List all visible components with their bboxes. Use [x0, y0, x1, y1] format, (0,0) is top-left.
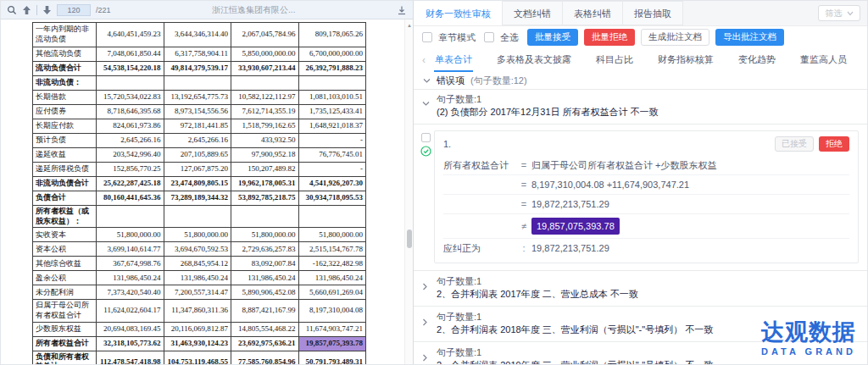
batch-reject-button[interactable]: 批量拒绝 [584, 29, 635, 46]
formula-value: 19,857,075,393.78 [531, 218, 849, 235]
value-cell [298, 76, 366, 91]
value-cell: 8,887,421,167.99 [231, 300, 299, 322]
page-number-input[interactable] [57, 4, 91, 16]
value-cell [231, 76, 299, 91]
table-row: 一年内到期的非流动负债4,640,451,459.233,644,346,314… [33, 23, 366, 47]
main-tab[interactable]: 表格纠错 [562, 1, 623, 25]
sub-tab[interactable]: 董监高人员 [799, 49, 848, 72]
app-window: /221 浙江恒逸集团有限公... 一年内到期的非流动负债4,640,451,4… [0, 0, 868, 365]
value-cell [164, 76, 231, 91]
scrollbar-up-icon[interactable]: ▲ [405, 23, 414, 28]
value-cell: 2,515,154,767.78 [298, 242, 366, 257]
row-label: 其他综合收益 [33, 257, 97, 271]
accepted-button[interactable]: 已接受 [775, 136, 814, 152]
magnifier-icon[interactable] [7, 5, 17, 15]
value-cell: 54,538,154,220.18 [97, 62, 164, 76]
chapter-mode-checkbox[interactable] [422, 32, 432, 42]
error-section-count: (句子数量:12) [470, 75, 527, 87]
value-cell: 6,317,758,904.11 [164, 47, 231, 62]
page-down-icon[interactable] [42, 5, 52, 15]
chevron-right-icon [422, 318, 428, 326]
value-cell: 11,674,903,747.21 [298, 322, 366, 336]
error-section-header[interactable]: 错误项 (句子数量:12) [414, 72, 867, 89]
filter-dropdown[interactable]: 筛选 [818, 5, 860, 21]
formula-block: 所有者权益合计=归属于母公司所有者权益合计 +少数股东权益=8,197,310,… [443, 156, 849, 257]
chevron-right-icon [422, 354, 428, 362]
formula-value: 19,872,213,751.29 [531, 198, 849, 210]
table-row: 递延所得税负债152,856,770.25127,067,875.20150,2… [33, 163, 366, 177]
value-cell: 112,478,547,418.98 [97, 351, 164, 364]
export-annotation-doc-button[interactable]: 导出批注文档 [715, 29, 784, 46]
value-cell: 2,729,636,257.83 [231, 242, 299, 257]
value-cell: 1,081,103,010.51 [298, 91, 366, 105]
row-label: 负债和所有者权益总计 [33, 351, 97, 364]
value-cell: 7,612,714,355.19 [231, 105, 299, 119]
batch-accept-button[interactable]: 批量接受 [527, 29, 578, 46]
main-tab[interactable]: 文档纠错 [502, 1, 563, 25]
row-label: 递延所得税负债 [33, 163, 97, 177]
error-group-row[interactable]: 句子数量:1 (2) 负债部分 2017年12月31日 所有者权益合计 不一致 [414, 89, 867, 124]
document-scrollbar[interactable]: ▲ [404, 19, 413, 364]
value-cell: 131,986,450.24 [97, 271, 164, 285]
value-cell [298, 206, 366, 228]
value-cell: 2,067,045,784.96 [231, 23, 299, 47]
collapsed-error-list: 句子数量:12、合并利润表 2017年度 二、营业总成本 不一致句子数量:12、… [414, 270, 867, 364]
table-row: 流动负债合计54,538,154,220.1849,814,379,539.17… [33, 62, 366, 76]
row-label: 长期借款 [33, 91, 97, 105]
value-cell: 268,845,954.12 [164, 257, 231, 271]
sub-tab[interactable]: 变化趋势 [737, 49, 776, 72]
value-cell [97, 76, 164, 91]
value-cell: 73,289,189,344.32 [164, 191, 231, 206]
filter-label: 筛选 [826, 8, 843, 19]
row-label: 实收资本 [33, 228, 97, 242]
row-label: 非流动负债： [33, 76, 97, 91]
document-viewer-panel: /221 浙江恒逸集团有限公... 一年内到期的非流动负债4,640,451,4… [1, 1, 414, 364]
collapsed-error-item[interactable]: 句子数量:12、合并利润表 2018年度 三、营业利润（亏损以"-"号填列） 不… [414, 306, 867, 341]
value-cell: 131,986,450.24 [164, 271, 231, 285]
collapsed-error-item[interactable]: 句子数量:12、合并利润表 2017年度 二、营业总成本 不一致 [414, 270, 867, 306]
value-cell: 51,800,000.00 [97, 228, 164, 242]
formula-operator: ≠ [516, 221, 531, 231]
sub-tab[interactable]: 科目占比 [595, 49, 634, 72]
sub-tab[interactable]: 财务指标核算 [657, 49, 715, 72]
value-cell: 80,160,441,645.36 [97, 191, 164, 206]
correction-label: 应纠正为 [443, 242, 516, 254]
value-cell: 2,645,266.16 [164, 134, 231, 148]
table-row: 长期借款15,720,534,022.8313,192,654,775.7310… [33, 91, 366, 105]
formula-operator: = [516, 199, 531, 209]
chevron-down-icon [423, 78, 431, 84]
value-cell [164, 206, 231, 228]
collapsed-error-item[interactable]: 句子数量:12、合并利润表 2019年度 三、营业利润（亏损以"-"号填列） 不… [414, 341, 867, 364]
document-title: 浙江恒逸集团有限公... [116, 4, 392, 16]
download-icon[interactable] [397, 5, 407, 15]
table-row: 长期应付款824,061,973.86972,181,441.851,518,7… [33, 119, 366, 134]
row-label: 所有者权益（或股东权益）： [33, 206, 97, 228]
chevron-left-icon[interactable]: ‹ [422, 54, 426, 66]
error-detail-card: 1. 已接受 拒绝 所有者权益合计=归属于母公司所有者权益合计 +少数股东权益=… [434, 130, 859, 263]
main-tab[interactable]: 财务一致性审核 [414, 1, 503, 25]
main-tab[interactable]: 报告抽取 [622, 1, 683, 25]
scrollbar-thumb[interactable] [407, 230, 412, 248]
reject-button[interactable]: 拒绝 [819, 136, 849, 152]
value-cell: 25,622,287,425.18 [97, 177, 164, 191]
document-toolbar: /221 浙江恒逸集团有限公... [1, 1, 413, 19]
page-up-icon[interactable] [22, 5, 31, 15]
row-label: 其他流动负债 [33, 47, 97, 62]
value-cell: 809,178,065.26 [298, 23, 366, 47]
row-label: 盈余公积 [33, 271, 97, 285]
generate-annotation-doc-button[interactable]: 生成批注文档 [641, 29, 709, 46]
value-cell: 7,200,557,314.47 [164, 285, 231, 300]
item-sentence-count: 句子数量:1 [437, 346, 859, 359]
table-row: 实收资本51,800,000.0051,800,000.0051,800,000… [33, 228, 366, 242]
sub-tab[interactable]: 多表格及表文披露 [496, 49, 572, 72]
value-cell: 97,900,952.18 [231, 148, 299, 163]
row-label: 非流动负债合计 [33, 177, 97, 191]
select-all-checkbox[interactable] [484, 32, 494, 42]
value-cell: 4,640,451,459.23 [97, 23, 164, 47]
value-cell: 51,800,000.00 [231, 228, 299, 242]
row-label: 资本公积 [33, 242, 97, 257]
value-cell: 26,392,791,888.23 [298, 62, 366, 76]
table-row: 所有者权益（或股东权益）： [33, 206, 366, 228]
sub-tab[interactable]: 单表合计 [434, 49, 473, 72]
detail-checkbox[interactable] [421, 133, 431, 142]
